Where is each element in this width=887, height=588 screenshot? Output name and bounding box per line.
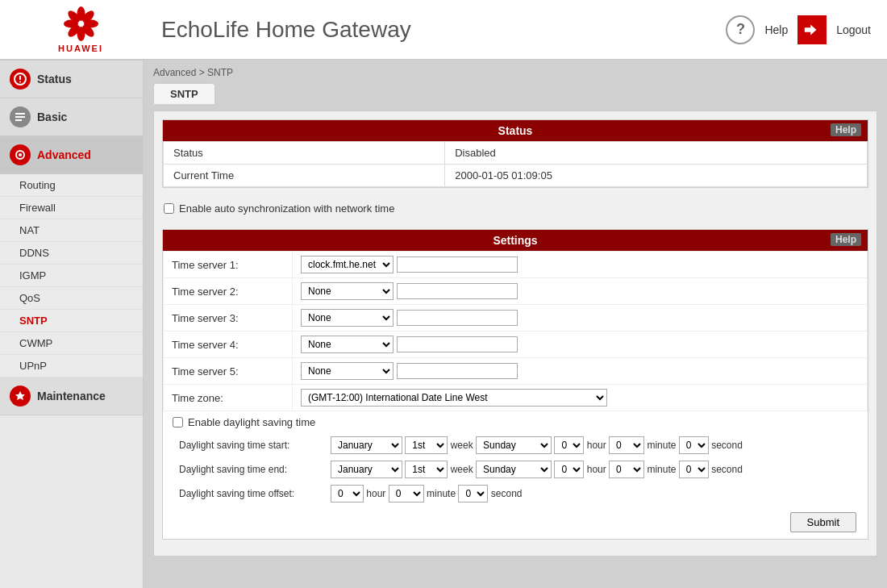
advanced-subitems: Routing Firewall NAT DDNS IGMP QoS SNTP … <box>0 174 143 377</box>
dst-start-week-label: week <box>451 440 473 451</box>
content-panel: Status Help Status Disabled Current Time… <box>153 111 877 557</box>
submit-button[interactable]: Submit <box>790 512 856 532</box>
settings-section-header: Settings Help <box>163 230 868 251</box>
sync-checkbox[interactable] <box>164 203 174 214</box>
sidebar-item-nat[interactable]: NAT <box>0 219 143 242</box>
help-icon[interactable]: ? <box>726 15 755 44</box>
dst-start-week-num[interactable]: 1st2nd3rd4thLast <box>405 436 448 454</box>
dst-offset-second-label: second <box>491 488 523 499</box>
status-help-link[interactable]: Help <box>831 123 861 136</box>
ts3-input[interactable] <box>397 310 518 326</box>
dst-start-hour-val[interactable]: 012 <box>554 436 584 454</box>
ts4-select[interactable]: None clock.fmt.he.net <box>301 336 394 353</box>
tab-bar: SNTP <box>153 83 877 104</box>
sidebar-basic-label: Basic <box>37 111 67 123</box>
sync-checkbox-label: Enable auto synchronization with network… <box>179 202 394 215</box>
sidebar-item-sntp[interactable]: SNTP <box>0 310 143 332</box>
status-label-cell: Status <box>164 142 445 165</box>
dst-start-weekday[interactable]: SundayMondayTuesday WednesdayThursdayFri… <box>476 436 552 454</box>
ts1-input[interactable] <box>397 256 518 273</box>
ts4-label: Time server 4: <box>164 332 293 358</box>
dst-start-controls: JanuaryFebruaryMarch AprilMayJune JulyAu… <box>324 433 868 457</box>
sidebar-item-qos[interactable]: QoS <box>0 287 143 310</box>
table-row: Time server 3: None clock.fmt.he.net <box>164 305 868 332</box>
sidebar-item-firewall[interactable]: Firewall <box>0 197 143 219</box>
dst-start-second-label: second <box>711 440 743 451</box>
settings-help-link[interactable]: Help <box>831 233 861 246</box>
current-time-label-cell: Current Time <box>164 165 445 187</box>
status-section-header: Status Help <box>163 120 868 141</box>
sidebar-item-ddns[interactable]: DDNS <box>0 242 143 265</box>
help-button[interactable]: Help <box>764 23 788 36</box>
dst-checkbox[interactable] <box>173 417 183 427</box>
dst-start-second-val[interactable]: 0 <box>679 436 709 454</box>
maintenance-icon <box>10 386 31 407</box>
status-section: Status Help Status Disabled Current Time… <box>162 119 868 188</box>
dst-end-second-val[interactable]: 0 <box>679 461 709 478</box>
dst-offset-val[interactable]: 01-1 <box>331 485 364 503</box>
sidebar-item-maintenance[interactable]: Maintenance <box>0 377 143 415</box>
dst-end-month[interactable]: JanuaryFebruaryMarch AprilMayJune JulyAu… <box>331 461 402 478</box>
ts3-select[interactable]: None clock.fmt.he.net <box>301 309 394 327</box>
ts2-input[interactable] <box>397 283 518 299</box>
svg-rect-12 <box>15 116 25 118</box>
ts5-input[interactable] <box>397 363 518 379</box>
sidebar-item-basic[interactable]: Basic <box>0 98 143 136</box>
header-actions: ? Help Logout <box>726 15 871 44</box>
dst-end-week-label: week <box>451 464 473 475</box>
tab-sntp[interactable]: SNTP <box>153 83 215 104</box>
sidebar-maintenance-label: Maintenance <box>37 390 106 402</box>
main-content: Advanced > SNTP SNTP Status Help Status … <box>144 60 887 588</box>
huawei-logo-icon <box>59 6 103 42</box>
logout-button[interactable]: Logout <box>836 23 871 36</box>
dst-start-month[interactable]: JanuaryFebruaryMarch AprilMayJune JulyAu… <box>331 436 402 454</box>
sidebar-item-routing[interactable]: Routing <box>0 174 143 197</box>
logout-icon[interactable] <box>797 15 827 44</box>
breadcrumb-parent[interactable]: Advanced <box>153 67 196 78</box>
dst-end-hour-label: hour <box>587 464 606 475</box>
dst-end-controls: JanuaryFebruaryMarch AprilMayJune JulyAu… <box>324 457 868 482</box>
dst-offset-controls: 01-1 hour 0153045 minute 0 second <box>324 482 868 506</box>
timezone-cell: (GMT-12:00) International Date Line West… <box>293 385 868 411</box>
sidebar-item-upnp[interactable]: UPnP <box>0 355 143 377</box>
sidebar-item-igmp[interactable]: IGMP <box>0 265 143 287</box>
dst-start-minute-val[interactable]: 0153045 <box>609 436 644 454</box>
dst-offset-minute-val[interactable]: 0153045 <box>389 485 424 503</box>
ts2-cell: None clock.fmt.he.net pool.ntp.org <box>293 278 868 305</box>
ts2-select[interactable]: None clock.fmt.he.net pool.ntp.org <box>301 282 394 300</box>
table-row: Time server 4: None clock.fmt.he.net <box>164 332 868 358</box>
sidebar-item-advanced[interactable]: Advanced <box>0 136 143 174</box>
status-icon <box>10 69 31 90</box>
ts3-label: Time server 3: <box>164 305 293 332</box>
dst-end-weekday[interactable]: SundayMondayTuesday WednesdayThursdayFri… <box>476 461 552 478</box>
ts1-select[interactable]: clock.fmt.he.net None pool.ntp.org <box>301 256 394 273</box>
dst-start-minute-label: minute <box>647 440 676 451</box>
ts5-select[interactable]: None clock.fmt.he.net <box>301 362 394 380</box>
advanced-section-icon <box>14 148 27 161</box>
timezone-label: Time zone: <box>164 385 293 411</box>
dst-offset-minute-label: minute <box>427 488 456 499</box>
header: HUAWEI EchoLife Home Gateway ? Help Logo… <box>0 0 887 60</box>
logo-area: HUAWEI <box>16 6 145 53</box>
status-section-icon <box>14 73 27 85</box>
ts4-input[interactable] <box>397 336 518 352</box>
ts2-label: Time server 2: <box>164 278 293 305</box>
dst-offset-second-val[interactable]: 0 <box>458 485 488 503</box>
table-row: Status Disabled <box>164 142 868 165</box>
layout: Status Basic Advanced <box>0 60 887 588</box>
status-table: Status Disabled Current Time 2000-01-05 … <box>163 141 868 187</box>
dst-row: Enable daylight saving time <box>163 411 868 433</box>
logout-arrow-icon <box>803 21 821 39</box>
current-time-value-cell: 2000-01-05 01:09:05 <box>445 165 868 187</box>
dst-end-minute-val[interactable]: 0153045 <box>609 461 644 478</box>
sidebar-item-cwmp[interactable]: CWMP <box>0 332 143 355</box>
ts1-cell: clock.fmt.he.net None pool.ntp.org <box>293 252 868 278</box>
status-value-cell: Disabled <box>445 142 868 165</box>
timezone-select[interactable]: (GMT-12:00) International Date Line West… <box>301 389 607 407</box>
svg-rect-11 <box>15 113 25 115</box>
dst-end-week-num[interactable]: 1st2nd3rd4thLast <box>405 461 448 478</box>
dst-end-second-label: second <box>711 464 743 475</box>
sidebar-item-status[interactable]: Status <box>0 60 143 98</box>
dst-end-hour-val[interactable]: 012 <box>554 461 584 478</box>
dst-start-hour-label: hour <box>587 440 606 451</box>
